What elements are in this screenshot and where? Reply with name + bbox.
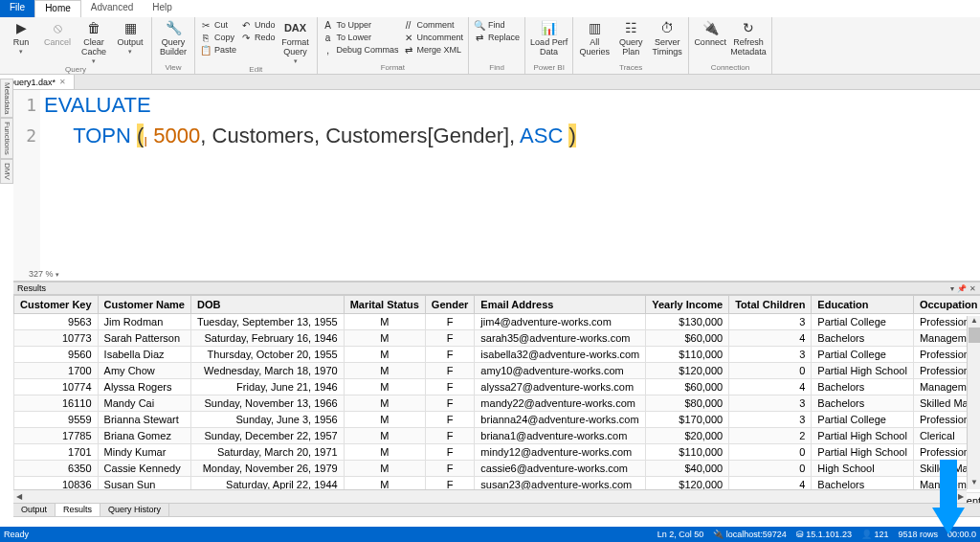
table-cell: Partial High School [812, 444, 914, 461]
clear-cache-button[interactable]: 🗑Clear Cache▾ [78, 19, 110, 65]
table-cell: 4 [729, 379, 812, 395]
run-button[interactable]: ▶Run▾ [5, 19, 37, 56]
refresh-metadata-button[interactable]: ↻Refresh Metadata [730, 19, 767, 56]
table-cell: 9563 [14, 314, 99, 330]
replace-button[interactable]: ⇄Replace [474, 32, 520, 43]
column-header[interactable]: Marital Status [344, 296, 425, 314]
merge-icon: ⇄ [403, 44, 414, 56]
lower-icon: a [323, 32, 334, 43]
table-cell: 9560 [14, 347, 99, 363]
uncomment-button[interactable]: ✕Uncomment [403, 32, 464, 43]
table-cell: 16110 [14, 395, 99, 412]
table-row[interactable]: 9559Brianna StewartSunday, June 3, 1956M… [14, 412, 981, 428]
code-area[interactable]: EVALUATE TOPN (I 5000, Customers, Custom… [40, 90, 980, 281]
table-row[interactable]: 6350Cassie KennedyMonday, November 26, 1… [14, 461, 981, 477]
pin-icon2[interactable]: 📌 [957, 284, 967, 293]
column-header[interactable]: Total Children [729, 296, 812, 314]
zoom-indicator[interactable]: 327 % ▾ [29, 269, 59, 279]
table-row[interactable]: 9563Jim RodmanTuesday, September 13, 195… [14, 314, 981, 330]
table-row[interactable]: 1701Mindy KumarSaturday, March 20, 1971M… [14, 444, 981, 461]
table-cell: F [425, 444, 475, 461]
code-editor[interactable]: 12 EVALUATE TOPN (I 5000, Customers, Cus… [13, 90, 980, 282]
debug-commas-button[interactable]: ,Debug Commas [323, 44, 399, 56]
table-row[interactable]: 1700Amy ChowWednesday, March 18, 1970MFa… [14, 363, 981, 379]
tolower-button[interactable]: aTo Lower [323, 32, 399, 43]
connect-button[interactable]: 🔌Connect [694, 19, 726, 47]
table-cell: 4 [729, 330, 812, 347]
table-cell: 0 [729, 363, 812, 379]
side-tab-dmv[interactable]: DMV [0, 159, 13, 184]
column-header[interactable]: Gender [425, 296, 475, 314]
table-cell: amy10@adventure-works.com [475, 363, 646, 379]
all-queries-button[interactable]: ▥All Queries [578, 19, 611, 56]
scroll-left-icon[interactable]: ◀ [13, 492, 25, 501]
group-label-powerbi: Power BI [530, 63, 568, 72]
copy-icon: ⎘ [200, 32, 212, 43]
table-cell: briana1@adventure-works.com [475, 428, 646, 444]
side-tab-functions[interactable]: Functions [0, 118, 13, 159]
column-header[interactable]: Occupation [913, 296, 980, 314]
scroll-up-icon[interactable]: ▲ [968, 316, 980, 327]
undo-button[interactable]: ↶Undo [240, 19, 276, 31]
redo-button[interactable]: ↷Redo [240, 32, 276, 43]
table-row[interactable]: 10773Sarah PattersonSaturday, February 1… [14, 330, 981, 347]
connect-icon: 🔌 [702, 19, 719, 36]
timings-icon: ⏱ [658, 19, 676, 36]
table-row[interactable]: 10774Alyssa RogersFriday, June 21, 1946M… [14, 379, 981, 395]
paste-button[interactable]: 📋Paste [200, 44, 236, 56]
find-button[interactable]: 🔍Find [474, 19, 520, 31]
side-tab-metadata[interactable]: Metadata [0, 79, 13, 118]
mergexml-button[interactable]: ⇄Merge XML [403, 44, 464, 56]
query-plan-button[interactable]: ☷Query Plan [614, 19, 647, 56]
horizontal-scrollbar[interactable]: ◀ ▶ [13, 489, 967, 503]
pin-icon[interactable]: ▾ [950, 284, 954, 293]
tab-output[interactable]: Output [13, 504, 56, 516]
table-cell: M [344, 379, 425, 395]
output-button[interactable]: ▦Output▾ [114, 19, 146, 56]
column-header[interactable]: Customer Name [98, 296, 190, 314]
table-row[interactable]: 16110Mandy CaiSunday, November 13, 1966M… [14, 395, 981, 412]
scroll-thumb[interactable] [969, 327, 980, 343]
copy-button[interactable]: ⎘Copy [200, 32, 236, 43]
load-perf-button[interactable]: 📊Load Perf Data [530, 19, 568, 56]
format-query-button[interactable]: DAXFormat Query▾ [279, 19, 312, 65]
document-tabs: Query1.dax*✕ [0, 75, 980, 90]
comment-button[interactable]: //Comment [403, 19, 464, 31]
table-cell: M [344, 444, 425, 461]
cancel-button[interactable]: ⦸Cancel [41, 19, 74, 47]
table-row[interactable]: 9560Isabella DiazThursday, October 20, 1… [14, 347, 981, 363]
scroll-down-icon[interactable]: ▼ [968, 478, 980, 489]
menu-help[interactable]: Help [143, 0, 182, 17]
query-builder-button[interactable]: 🔧Query Builder [157, 19, 189, 56]
cancel-icon: ⦸ [49, 19, 66, 36]
column-header[interactable]: Email Address [475, 296, 646, 314]
vertical-scrollbar[interactable]: ▲ ▼ [967, 316, 980, 489]
ribbon-group-query: ▶Run▾ ⦸Cancel 🗑Clear Cache▾ ▦Output▾ Que… [0, 17, 152, 74]
group-label-query: Query [5, 65, 146, 74]
table-cell: Briana Gomez [98, 428, 190, 444]
table-cell: 3 [729, 347, 812, 363]
table-cell: Alyssa Rogers [98, 379, 190, 395]
close-results-icon[interactable]: ✕ [969, 284, 976, 293]
table-cell: F [425, 412, 475, 428]
table-row[interactable]: 17785Briana GomezSunday, December 22, 19… [14, 428, 981, 444]
column-header[interactable]: Customer Key [14, 296, 99, 314]
server-timings-button[interactable]: ⏱Server Timings [651, 19, 683, 56]
toupper-button[interactable]: ATo Upper [323, 19, 399, 31]
column-header[interactable]: DOB [190, 296, 344, 314]
table-cell: Brianna Stewart [98, 412, 190, 428]
refresh-icon: ↻ [740, 19, 757, 36]
tab-results[interactable]: Results [56, 504, 100, 516]
column-header[interactable]: Yearly Income [646, 296, 729, 314]
keyword-asc: ASC [520, 124, 568, 147]
table-cell: 0 [729, 444, 812, 461]
tab-history[interactable]: Query History [100, 504, 169, 516]
menu-advanced[interactable]: Advanced [81, 0, 143, 17]
menu-file[interactable]: File [0, 0, 34, 17]
table-cell: $20,000 [646, 428, 729, 444]
column-header[interactable]: Education [812, 296, 914, 314]
close-icon[interactable]: ✕ [59, 78, 66, 86]
menu-home[interactable]: Home [34, 0, 81, 17]
cut-button[interactable]: ✂Cut [200, 19, 236, 31]
wrench-icon: 🔧 [165, 19, 182, 36]
